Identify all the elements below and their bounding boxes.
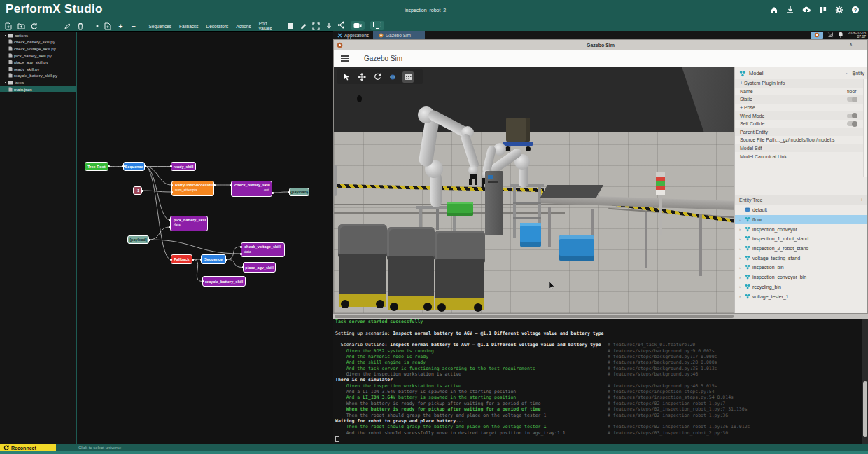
file-item-main.json[interactable]: main.json <box>0 86 76 93</box>
expander-chevron-icon[interactable]: › <box>739 237 743 241</box>
notifications-bell-icon[interactable] <box>838 32 844 39</box>
expander-chevron-icon[interactable]: › <box>739 275 743 280</box>
node-port[interactable] <box>202 280 204 282</box>
expander-chevron-icon[interactable]: › <box>739 284 743 289</box>
node-port[interactable] <box>214 184 216 186</box>
entity-item-default[interactable]: default <box>735 205 867 215</box>
tree-node-seq2[interactable]: Sequence <box>201 254 226 264</box>
file-item-check_voltage_skill.py[interactable]: check_voltage_skill.py <box>0 46 76 53</box>
taskbar-window-tab[interactable]: Gazebo Sim <box>373 31 425 39</box>
node-port[interactable] <box>169 219 172 221</box>
tree-node-place_agv[interactable]: place_agv_skill <box>243 262 276 273</box>
model-property-static[interactable]: Static <box>735 95 863 104</box>
property-toggle[interactable] <box>847 121 858 126</box>
entity-item-inspection_conveyor_bin[interactable]: ›inspection_conveyor_bin <box>735 273 867 282</box>
behavior-tree-canvas[interactable]: Tree RootSequenceready_skill-1RetryUntil… <box>77 32 333 444</box>
share-nodes-icon[interactable] <box>337 19 345 32</box>
node-port[interactable] <box>170 165 172 167</box>
tree-node-pick_battery[interactable]: pick_battery_skilldata <box>170 216 208 231</box>
hamburger-menu-icon[interactable] <box>341 55 349 62</box>
network-offline-icon[interactable] <box>827 32 834 39</box>
expander-chevron-icon[interactable]: › <box>739 266 743 270</box>
new-subtree-icon[interactable] <box>104 22 111 30</box>
tree-node-recycle[interactable]: recycle_battery_skill <box>202 276 246 287</box>
gear-icon[interactable] <box>835 6 844 14</box>
entity-item-floor[interactable]: ›floor <box>735 215 867 225</box>
file-item-place_agv_skill.py[interactable]: place_agv_skill.py <box>0 59 76 66</box>
node-port[interactable] <box>192 259 194 261</box>
entity-item-inspection_1_robot_stand[interactable]: ›inspection_1_robot_stand <box>735 234 867 244</box>
entity-item-recycling_bin[interactable]: ›recycling_bin <box>735 282 867 292</box>
clipboard-icon[interactable] <box>287 22 295 30</box>
home-icon[interactable] <box>770 6 778 14</box>
node-port[interactable] <box>288 191 290 193</box>
new-folder-icon[interactable] <box>17 22 24 30</box>
node-port[interactable] <box>171 184 173 186</box>
folder-item-actions[interactable]: actions <box>0 32 76 39</box>
new-file-icon[interactable] <box>4 22 12 30</box>
reconnect-button[interactable]: Reconnect <box>0 444 56 451</box>
sphere-tool-icon[interactable] <box>387 71 398 83</box>
minimize-icon[interactable]: ― <box>858 43 863 48</box>
tray-gazebo-icon[interactable] <box>811 32 823 39</box>
dock-icon[interactable]: ▪ <box>846 71 847 76</box>
node-port[interactable] <box>272 192 274 194</box>
console-scrollbar-thumb[interactable] <box>863 381 867 437</box>
shade-icon[interactable]: ∧ <box>849 42 853 48</box>
property-toggle[interactable] <box>847 114 858 118</box>
file-item-ready_skill.py[interactable]: ready_skill.py <box>0 66 76 73</box>
delete-trash-icon[interactable] <box>76 22 84 30</box>
zoom-out-icon[interactable]: − <box>130 22 137 30</box>
node-port[interactable] <box>200 259 202 261</box>
node-port[interactable] <box>225 259 227 261</box>
expander-chevron-icon[interactable]: › <box>739 227 743 231</box>
model-panel-scrollbar[interactable] <box>863 79 867 177</box>
gazebo-3d-viewport[interactable] <box>334 67 734 313</box>
pencil-solid-icon[interactable] <box>300 22 307 30</box>
download-icon[interactable] <box>786 6 794 14</box>
file-item-check_battery_skill.py[interactable]: check_battery_skill.py <box>0 39 76 46</box>
node-port[interactable] <box>148 239 150 241</box>
node-port[interactable] <box>169 226 172 228</box>
gazebo-titlebar[interactable]: Gazebo Sim ∧ ― <box>334 40 867 50</box>
property-toggle[interactable] <box>847 97 858 102</box>
gazebo-scrollbar-thumb[interactable] <box>335 315 734 318</box>
expander-chevron-icon[interactable]: › <box>739 247 743 251</box>
tree-node-ready_skill[interactable]: ready_skill <box>171 162 196 171</box>
entity-item-inspection_conveyor[interactable]: ›inspection_conveyor <box>735 224 867 234</box>
node-port[interactable] <box>108 165 110 167</box>
record-sim-button[interactable] <box>351 21 365 30</box>
entity-item-voltage_tester_1[interactable]: ›voltage_tester_1 <box>735 291 867 301</box>
tab-fallbacks[interactable]: Fallbacks <box>178 24 200 29</box>
edit-pencil-icon[interactable] <box>64 22 71 30</box>
video-record-tool-icon[interactable] <box>402 71 414 83</box>
model-property-self-collide[interactable]: Self Collide <box>735 120 863 128</box>
download-tree-icon[interactable] <box>326 22 333 30</box>
file-item-recycle_battery_skill.py[interactable]: recycle_battery_skill.py <box>0 73 76 80</box>
tab-port-values[interactable]: Port values <box>258 21 282 31</box>
tree-node-check_battery[interactable]: check_battery_skillout <box>231 181 272 197</box>
viewport-left-scroll-handle[interactable] <box>334 165 337 196</box>
cloud-upload-icon[interactable] <box>802 6 811 14</box>
model-property-wind-mode[interactable]: Wind Mode <box>735 111 863 120</box>
folder-item-trees[interactable]: trees <box>0 79 76 86</box>
tree-node-fallback[interactable]: Fallback <box>171 254 192 264</box>
tree-node-retry[interactable]: RetryUntilSuccessfulnum_attempts <box>172 181 214 196</box>
node-port[interactable] <box>230 184 232 186</box>
layout-icon[interactable] <box>819 6 827 14</box>
node-port[interactable] <box>144 165 146 167</box>
tree-node-payload_out[interactable]: {payload} <box>289 188 309 196</box>
tab-actions[interactable]: Actions <box>234 24 252 29</box>
tree-node-payload_in[interactable]: {payload} <box>127 235 149 244</box>
rotate-tool-icon[interactable] <box>372 71 383 83</box>
fit-view-icon[interactable] <box>312 22 320 30</box>
entity-item-voltage_testing_stand[interactable]: ›voltage_testing_stand <box>735 253 867 263</box>
node-port[interactable] <box>240 253 242 255</box>
node-port[interactable] <box>240 246 242 248</box>
applications-menu[interactable]: Applications <box>333 31 373 39</box>
node-port[interactable] <box>242 266 244 268</box>
expander-chevron-icon[interactable]: › <box>739 256 743 260</box>
tree-node-seq1[interactable]: Sequence <box>123 162 145 171</box>
node-port[interactable] <box>141 190 144 192</box>
node-port[interactable] <box>122 165 125 167</box>
